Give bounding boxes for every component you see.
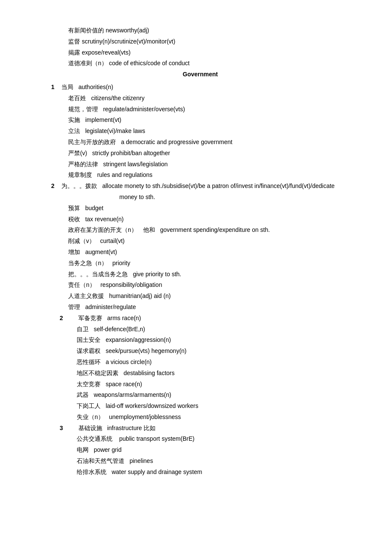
item2b-sub-english-2: seek/pursue(vts) hegemony(n) bbox=[106, 346, 187, 356]
item1-sub-english-0: citizens/the citizenry bbox=[91, 93, 144, 104]
pre-english-1: scrutiny(n)/scrutinize(vt)/monitor(vt) bbox=[82, 37, 175, 47]
item1-number: 1 bbox=[51, 82, 60, 92]
item2b-sub-4: 地区不稳定因素 destablising factors bbox=[51, 368, 349, 379]
item2b-sub-chinese-4: 地区不稳定因素 bbox=[77, 368, 118, 379]
item2a-sub-7: 责任（n） responsibility/obligation bbox=[51, 280, 349, 290]
item2b-main: 2 军备竞赛 arms race(n) bbox=[51, 313, 349, 324]
item2a-sub-6: 把。。。当成当务之急 give priority to sth. bbox=[51, 269, 349, 280]
item2b-sub-6: 武器 weapons/arms/armaments(n) bbox=[51, 390, 349, 400]
item2b-sub-chinese-8: 失业（n） bbox=[77, 412, 104, 422]
item1-sub-english-6: stringent laws/legislation bbox=[103, 159, 168, 170]
item2a-number: 2 bbox=[51, 181, 60, 191]
item2b-sub-chinese-7: 下岗工人 bbox=[77, 401, 101, 411]
item2a-sub-chinese-2: 政府在某方面的开支（n） 他和 bbox=[68, 225, 155, 235]
item1-sub-english-3: legislate(vi)/make laws bbox=[85, 126, 145, 136]
item1-sub-2: 实施 implement(vt) bbox=[51, 115, 349, 125]
item2b-sub-chinese-5: 太空竞赛 bbox=[77, 379, 101, 390]
item2a-sub-english-0: budget bbox=[85, 203, 104, 214]
item3-chinese: 基础设施 bbox=[78, 423, 102, 434]
item2a-sub-9: 管理 administer/regulate bbox=[51, 302, 349, 312]
item2a-sub-english-3: curtail(vt) bbox=[100, 236, 125, 246]
item1-sub-chinese-6: 严格的法律 bbox=[68, 159, 98, 170]
item3-sub-chinese-2: 石油和天然气管道 bbox=[77, 456, 124, 466]
item1-sub-6: 严格的法律 stringent laws/legislation bbox=[51, 159, 349, 170]
item2a-sub-8: 人道主义救援 humanitrian(adj) aid (n) bbox=[51, 291, 349, 301]
item2b-sub-2: 谋求霸权 seek/pursue(vts) hegemony(n) bbox=[51, 346, 349, 356]
item2b-english: arms race(n) bbox=[107, 313, 141, 324]
item1-main: 1 当局 authorities(n) bbox=[51, 82, 349, 92]
item2a-chinese: 为。。。拨款 bbox=[61, 181, 97, 191]
item1-sub-0: 老百姓 citizens/the citizenry bbox=[51, 93, 349, 104]
item1-sub-chinese-0: 老百姓 bbox=[68, 93, 86, 104]
item3-sub-chinese-1: 电网 bbox=[77, 445, 89, 455]
item1-sub-chinese-1: 规范，管理 bbox=[68, 104, 98, 115]
item2a-sub-chinese-0: 预算 bbox=[68, 203, 80, 214]
item2a-sub-chinese-6: 把。。。当成当务之急 bbox=[68, 269, 128, 280]
pre-chinese-2: 揭露 bbox=[68, 48, 80, 58]
item2b-sub-english-4: destablising factors bbox=[124, 368, 175, 379]
pre-chinese-0: 有新闻价值的 bbox=[68, 26, 104, 36]
item3-sub-chinese-3: 给排水系统 bbox=[77, 467, 107, 477]
item2b-sub-english-3: a vicious circle(n) bbox=[106, 357, 152, 367]
item3-sub-english-2: pinelines bbox=[130, 456, 153, 466]
item1-sub-3: 立法 legislate(vi)/make laws bbox=[51, 126, 349, 136]
item2a-sub-english-5: priority bbox=[112, 258, 130, 269]
item2a-sub-english-2: government spending/expenditure on sth. bbox=[160, 225, 270, 235]
item3-sub-english-3: water supply and drainage system bbox=[112, 467, 202, 477]
item3-sub-english-0: public transport system(BrE) bbox=[119, 434, 195, 444]
pre-entry-1: 监督 scrutiny(n)/scrutinize(vt)/monitor(vt… bbox=[51, 37, 349, 47]
item2b-sub-chinese-3: 恶性循环 bbox=[77, 357, 101, 367]
item2a-sub-english-8: humanitrian(adj) aid (n) bbox=[109, 291, 171, 301]
item1-sub-english-1: regulate/administer/overse(vts) bbox=[103, 104, 185, 115]
item2b-sub-english-8: unemployment/joblessness bbox=[109, 412, 181, 422]
pre-chinese-1: 监督 bbox=[68, 37, 80, 47]
pre-section: 有新闻价值的 newsworthy(adj) 监督 scrutiny(n)/sc… bbox=[51, 26, 349, 69]
item1-sub-chinese-3: 立法 bbox=[68, 126, 80, 136]
item2a-sub-section: 预算 budget 税收 tax revenue(n) 政府在某方面的开支（n）… bbox=[51, 203, 349, 312]
item1-sub-1: 规范，管理 regulate/administer/overse(vts) bbox=[51, 104, 349, 115]
item3-number: 3 bbox=[60, 423, 68, 434]
item2b-sub-chinese-2: 谋求霸权 bbox=[77, 346, 101, 356]
item3-sub-chinese-0: 公共交通系统 bbox=[77, 434, 112, 444]
item2a-english: allocate monety to sth./subsidise(vt)/be… bbox=[102, 181, 335, 191]
item1-sub-english-7: rules and regulations bbox=[97, 170, 153, 180]
item3-sub-0: 公共交通系统 public transport system(BrE) bbox=[51, 434, 349, 444]
pre-entry-0: 有新闻价值的 newsworthy(adj) bbox=[51, 26, 349, 36]
item2b-sub-5: 太空竞赛 space race(n) bbox=[51, 379, 349, 390]
item2b-sub-8: 失业（n） unemployment/joblessness bbox=[51, 412, 349, 422]
item2a-sub-english-4: augment(vt) bbox=[85, 247, 117, 257]
item1-sub-7: 规章制度 rules and regulations bbox=[51, 170, 349, 180]
item2a-sub-english-7: responsibility/obligation bbox=[101, 280, 162, 290]
item2a-main: 2 为。。。拨款 allocate monety to sth./subsidi… bbox=[51, 181, 349, 191]
item2a-sub-4: 增加 augment(vt) bbox=[51, 247, 349, 257]
section-title: Government bbox=[51, 69, 349, 80]
item2b-sub-english-0: self-defence(BrE,n) bbox=[94, 324, 145, 335]
item2a-sub-3: 削减（v） curtail(vt) bbox=[51, 236, 349, 246]
pre-chinese-3: 道德准则（n） bbox=[68, 58, 107, 69]
item1-sub-english-4: a democratic and progressive government bbox=[121, 137, 232, 147]
item1-sub-english-2: implement(vt) bbox=[85, 115, 121, 125]
item2a-sub-chinese-3: 削减（v） bbox=[68, 236, 95, 246]
item2a-continuation: money to sth. bbox=[51, 192, 349, 202]
pre-english-3: code of ethics/code of conduct bbox=[109, 58, 190, 69]
item2a-sub-5: 当务之急（n） priority bbox=[51, 258, 349, 269]
item2b-sub-english-5: space race(n) bbox=[106, 379, 142, 390]
item1-sub-chinese-5: 严禁(v) bbox=[68, 148, 87, 159]
item1-sub-chinese-7: 规章制度 bbox=[68, 170, 92, 180]
item2a-sub-chinese-8: 人道主义救援 bbox=[68, 291, 104, 301]
pre-english-0: newsworthy(adj) bbox=[106, 26, 149, 36]
pre-english-2: expose/reveal(vts) bbox=[82, 48, 130, 58]
item1-sub-chinese-2: 实施 bbox=[68, 115, 80, 125]
item2a-sub-english-9: administer/regulate bbox=[85, 302, 136, 312]
item1-sub-4: 民主与开放的政府 a democratic and progressive go… bbox=[51, 137, 349, 147]
item2a-sub-0: 预算 budget bbox=[51, 203, 349, 214]
item3-main: 3 基础设施 infrastructure 比如 bbox=[51, 423, 349, 434]
item2a-sub-chinese-5: 当务之急（n） bbox=[68, 258, 107, 269]
item2a-sub-english-6: give priority to sth. bbox=[133, 269, 182, 280]
item2b-sub-chinese-1: 国土安全 bbox=[77, 335, 101, 345]
item2a-sub-2: 政府在某方面的开支（n） 他和 government spending/expe… bbox=[51, 225, 349, 235]
item2b-sub-chinese-6: 武器 bbox=[77, 390, 89, 400]
item2a-sub-chinese-9: 管理 bbox=[68, 302, 80, 312]
item2a-sub-chinese-7: 责任（n） bbox=[68, 280, 95, 290]
item3-sub-1: 电网 power grid bbox=[51, 445, 349, 455]
